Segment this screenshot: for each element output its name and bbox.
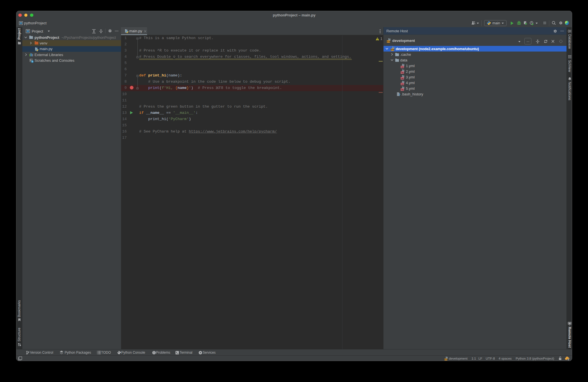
- svg-text:SFTP: SFTP: [391, 49, 395, 51]
- svg-text:SFTP: SFTP: [387, 41, 391, 42]
- svg-text:?: ?: [399, 93, 400, 96]
- svg-text:SFTP: SFTP: [444, 359, 448, 360]
